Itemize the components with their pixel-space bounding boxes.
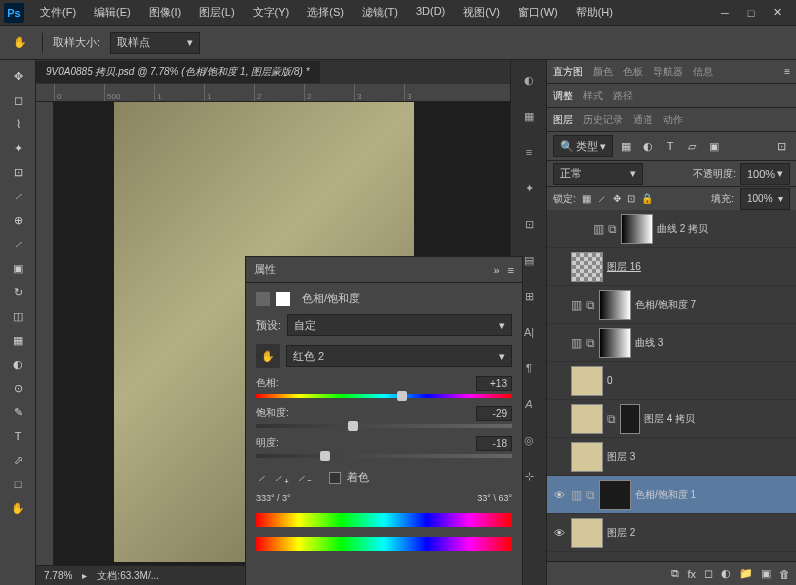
preset-select[interactable]: 自定▾: [287, 314, 512, 336]
layer-thumbnail[interactable]: [571, 518, 603, 548]
hue-range-strip-2[interactable]: [256, 537, 512, 551]
filter-shape-icon[interactable]: ▱: [683, 137, 701, 155]
lock-artboard-icon[interactable]: ⊡: [627, 193, 635, 204]
eyedropper-subtract-icon[interactable]: ⟋₋: [296, 472, 313, 484]
blur-tool[interactable]: ◐: [2, 352, 34, 376]
layer-name[interactable]: 0: [607, 375, 792, 386]
maximize-button[interactable]: □: [744, 6, 758, 20]
minimize-button[interactable]: ─: [718, 6, 732, 20]
stamp-tool[interactable]: ▣: [2, 256, 34, 280]
history-brush-tool[interactable]: ↻: [2, 280, 34, 304]
panel-icon-5[interactable]: ⊡: [514, 210, 544, 238]
panel-menu-icon[interactable]: ≡: [784, 66, 790, 77]
visibility-toggle[interactable]: [551, 411, 567, 427]
eraser-tool[interactable]: ◫: [2, 304, 34, 328]
slider-thumb[interactable]: [348, 421, 358, 431]
dodge-tool[interactable]: ⊙: [2, 376, 34, 400]
layer-thumbnail[interactable]: [599, 328, 631, 358]
filter-pixel-icon[interactable]: ▦: [617, 137, 635, 155]
tab-histogram[interactable]: 直方图: [553, 65, 583, 79]
layer-thumbnail[interactable]: [571, 252, 603, 282]
filter-type-icon[interactable]: T: [661, 137, 679, 155]
layer-thumbnail[interactable]: [599, 290, 631, 320]
mask-icon[interactable]: [276, 292, 290, 306]
eyedropper-icon[interactable]: ⟋: [256, 472, 267, 484]
doc-size[interactable]: 文档:63.3M/...: [97, 569, 159, 583]
sample-size-select[interactable]: 取样点 ▾: [110, 32, 200, 54]
move-tool[interactable]: ✥: [2, 64, 34, 88]
menu-select[interactable]: 选择(S): [299, 1, 352, 24]
layer-name[interactable]: 图层 4 拷贝: [644, 412, 792, 426]
group-icon[interactable]: 📁: [739, 567, 753, 580]
layer-row[interactable]: 👁▥⧉色相/饱和度 1: [547, 476, 796, 514]
crop-tool[interactable]: ⊡: [2, 160, 34, 184]
opacity-input[interactable]: 100%▾: [740, 163, 790, 185]
filter-type-select[interactable]: 🔍类型▾: [553, 135, 613, 157]
magic-wand-tool[interactable]: ✦: [2, 136, 34, 160]
lock-all-icon[interactable]: 🔒: [641, 193, 653, 204]
vertical-ruler[interactable]: [36, 102, 54, 565]
current-tool-icon[interactable]: ✋: [8, 31, 32, 55]
visibility-toggle[interactable]: 👁: [551, 487, 567, 503]
fill-input[interactable]: 100%▾: [740, 188, 790, 210]
saturation-slider[interactable]: [256, 424, 512, 428]
marquee-tool[interactable]: ◻: [2, 88, 34, 112]
layer-thumbnail[interactable]: [621, 214, 653, 244]
layer-name[interactable]: 图层 2: [607, 526, 792, 540]
tab-channels[interactable]: 通道: [633, 113, 653, 127]
menu-view[interactable]: 视图(V): [455, 1, 508, 24]
panel-icon-3[interactable]: ≡: [514, 138, 544, 166]
visibility-toggle[interactable]: 👁: [551, 525, 567, 541]
mask-thumbnail[interactable]: [620, 404, 640, 434]
new-layer-icon[interactable]: ▣: [761, 567, 771, 580]
close-button[interactable]: ✕: [770, 6, 784, 20]
healing-tool[interactable]: ⊕: [2, 208, 34, 232]
panel-icon-1[interactable]: ◐: [514, 66, 544, 94]
layer-thumbnail[interactable]: [599, 480, 631, 510]
layer-name[interactable]: 图层 16: [607, 260, 792, 274]
layer-row[interactable]: 图层 3: [547, 438, 796, 476]
filter-smart-icon[interactable]: ▣: [705, 137, 723, 155]
targeted-adjustment-tool[interactable]: ✋: [256, 344, 280, 368]
pen-tool[interactable]: ✎: [2, 400, 34, 424]
tab-color[interactable]: 颜色: [593, 65, 613, 79]
lock-position-icon[interactable]: ✥: [613, 193, 621, 204]
panel-menu-icon[interactable]: ≡: [508, 264, 514, 276]
visibility-toggle[interactable]: [551, 259, 567, 275]
colorize-checkbox[interactable]: [329, 472, 341, 484]
layer-name[interactable]: 曲线 3: [635, 336, 792, 350]
lock-transparency-icon[interactable]: ▦: [582, 193, 591, 204]
tab-navigator[interactable]: 导航器: [653, 65, 683, 79]
layer-row[interactable]: 👁图层 2: [547, 514, 796, 552]
layer-row[interactable]: ▥⧉曲线 3: [547, 324, 796, 362]
layer-effects-icon[interactable]: fx: [687, 568, 696, 580]
panel-icon-4[interactable]: ✦: [514, 174, 544, 202]
hue-range-strip[interactable]: [256, 513, 512, 527]
lock-pixels-icon[interactable]: ⟋: [597, 193, 607, 204]
menu-edit[interactable]: 编辑(E): [86, 1, 139, 24]
hue-value[interactable]: +13: [476, 376, 512, 391]
menu-image[interactable]: 图像(I): [141, 1, 189, 24]
gradient-tool[interactable]: ▦: [2, 328, 34, 352]
layer-thumbnail[interactable]: [571, 442, 603, 472]
document-tab[interactable]: 9V0A0885 拷贝.psd @ 7.78% (色相/饱和度 1, 图层蒙版/…: [36, 61, 320, 83]
horizontal-ruler[interactable]: 0 500 1 1 2 2 3 3: [36, 84, 510, 102]
menu-3d[interactable]: 3D(D): [408, 1, 453, 24]
shape-tool[interactable]: □: [2, 472, 34, 496]
layer-name[interactable]: 色相/饱和度 7: [635, 298, 792, 312]
layer-name[interactable]: 曲线 2 拷贝: [657, 222, 792, 236]
tab-actions[interactable]: 动作: [663, 113, 683, 127]
layer-row[interactable]: 图层 16: [547, 248, 796, 286]
layer-name[interactable]: 图层 3: [607, 450, 792, 464]
collapse-icon[interactable]: »: [493, 264, 499, 276]
menu-type[interactable]: 文字(Y): [245, 1, 298, 24]
menu-filter[interactable]: 滤镜(T): [354, 1, 406, 24]
layer-row[interactable]: ▥⧉色相/饱和度 7: [547, 286, 796, 324]
eyedropper-add-icon[interactable]: ⟋₊: [273, 472, 290, 484]
tab-layers[interactable]: 图层: [553, 113, 573, 127]
delete-layer-icon[interactable]: 🗑: [779, 568, 790, 580]
layer-thumbnail[interactable]: [571, 366, 603, 396]
link-layers-icon[interactable]: ⧉: [671, 567, 679, 580]
path-select-tool[interactable]: ⬀: [2, 448, 34, 472]
saturation-value[interactable]: -29: [476, 406, 512, 421]
